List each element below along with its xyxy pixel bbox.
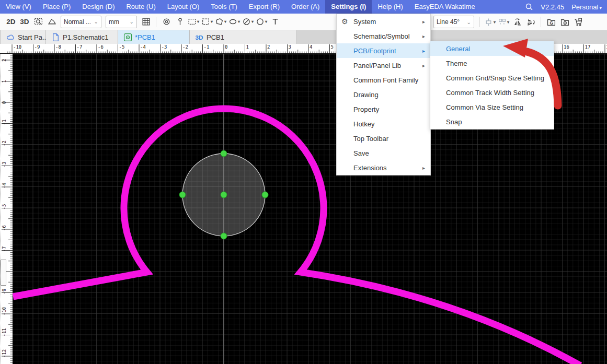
easyeda-window: View (V)Place (P)Design (D)Route (U)Layo…	[0, 0, 607, 364]
menubar-right-cluster: V2.2.45Personal▾	[525, 0, 607, 14]
arc-tool-icon[interactable]: ▾	[255, 15, 268, 29]
drag-handle[interactable]	[221, 150, 227, 157]
settings-menu-item-system[interactable]: ⚙System▸	[337, 14, 430, 29]
footprint-lib-icon[interactable]: G	[545, 15, 557, 29]
pin-tool-icon[interactable]	[174, 15, 186, 29]
menu-item-label: Snap	[446, 118, 462, 126]
unit-select[interactable]: mm ⌄	[106, 16, 137, 28]
tab-label: Start Pa...	[18, 33, 48, 41]
svg-text:-7: -7	[77, 44, 83, 50]
menu-item-label: General	[446, 45, 470, 53]
pcb-submenu-item-general[interactable]: General	[430, 41, 554, 56]
settings-menu-item-extensions[interactable]: Extensions▸	[337, 160, 430, 175]
drag-handle[interactable]	[179, 192, 186, 198]
tab-pcb1[interactable]: *PCB1	[118, 30, 190, 44]
account-menu[interactable]: Personal▾	[571, 3, 602, 11]
settings-menu-item-pcb-footprint[interactable]: PCB/Footprint▸	[337, 43, 430, 58]
settings-menu-item-panel-panel-lib[interactable]: Panel/Panel Lib▸	[337, 58, 430, 73]
grid-setting-icon[interactable]	[140, 15, 152, 29]
flip-horizontal-icon[interactable]	[511, 15, 523, 29]
unit-value: mm	[109, 18, 126, 26]
toolbar-right-group: Line 45° ⌄ ▾▾G	[431, 14, 585, 30]
drag-handle[interactable]	[262, 192, 268, 198]
order-cart-icon[interactable]	[572, 15, 585, 29]
tab-label: *PCB1	[135, 33, 155, 41]
svg-text:-2: -2	[2, 140, 7, 146]
tab-start-pa[interactable]: Start Pa...	[1, 30, 46, 44]
menubar-item-easyeda-wakatime[interactable]: EasyEDA Wakatime	[409, 0, 481, 14]
tab-pcb1[interactable]: 3DPCB1	[190, 30, 297, 44]
align-distribute-v-icon[interactable]: ▾	[484, 15, 496, 29]
settings-menu-item-save[interactable]: Save	[337, 146, 430, 160]
menubar-item-route-u[interactable]: Route (U)	[120, 0, 161, 14]
drag-handle[interactable]	[221, 192, 227, 198]
svg-text:0: 0	[225, 44, 227, 50]
copper-area-tool-icon[interactable]: ▾	[201, 15, 213, 29]
align-distribute-h-icon[interactable]: ▾	[497, 15, 510, 29]
menubar-item-export-r[interactable]: Export (R)	[243, 0, 285, 14]
chevron-down-icon: ⌄	[94, 19, 98, 25]
chevron-down-icon: ▾	[224, 19, 226, 24]
solid-region-tool-icon[interactable]: ▾	[214, 15, 227, 29]
svg-text:-3: -3	[162, 44, 167, 50]
ellipse-tool-icon[interactable]: ▾	[228, 15, 240, 29]
pcb-submenu-item-common-via-size-setting[interactable]: Common Via Size Setting	[430, 100, 554, 114]
chevron-down-icon: ▾	[238, 19, 240, 24]
wedge-tool-icon[interactable]	[45, 15, 58, 29]
pcb-submenu-item-theme[interactable]: Theme	[430, 56, 554, 71]
settings-menu-item-top-toolbar[interactable]: Top Toolbar	[337, 131, 430, 146]
svg-text:1: 1	[246, 44, 249, 50]
keepout-tool-icon[interactable]: ▾	[242, 15, 254, 29]
menubar-item-place-p[interactable]: Place (P)	[37, 0, 76, 14]
settings-menu-item-hotkey[interactable]: Hotkey	[337, 116, 430, 131]
vertical-scrollbar-thumb[interactable]	[1, 260, 6, 286]
search-icon[interactable]	[525, 3, 533, 11]
svg-text:G: G	[549, 20, 553, 25]
menubar-item-help-h[interactable]: Help (H)	[372, 0, 408, 14]
menubar-item-settings-i[interactable]: Settings (I)	[325, 0, 372, 14]
track-style-select[interactable]: Normal ... ⌄	[61, 16, 101, 28]
drag-handle[interactable]	[221, 233, 227, 239]
via-tool-icon[interactable]	[160, 15, 173, 29]
chevron-down-icon: ▾	[211, 19, 213, 24]
menu-item-label: Common Via Size Setting	[446, 103, 523, 111]
svg-text:-9: -9	[2, 289, 7, 295]
svg-text:2: 2	[2, 59, 7, 62]
svg-text:-11: -11	[2, 328, 7, 336]
view-2d-button[interactable]: 2D	[5, 15, 17, 29]
svg-text:0: 0	[2, 101, 7, 104]
toolbar: 2D 3D Normal ... ⌄ mm ⌄ ▾▾▾▾▾▾ Line 45° …	[0, 14, 607, 30]
menu-bar: View (V)Place (P)Design (D)Route (U)Layo…	[0, 0, 607, 14]
pcb-submenu-item-snap[interactable]: Snap	[430, 114, 554, 129]
menubar-item-layout-o[interactable]: Layout (O)	[162, 0, 205, 14]
menubar-item-order-a[interactable]: Order (A)	[285, 0, 325, 14]
track-style-value: Normal ...	[64, 18, 90, 26]
menubar-item-design-d[interactable]: Design (D)	[76, 0, 120, 14]
settings-menu-item-schematic-symbol[interactable]: Schematic/Symbol▸	[337, 29, 430, 43]
settings-menu-item-common-font-family[interactable]: Common Font Family	[337, 73, 430, 87]
tab-label: P1.Schematic1	[63, 33, 108, 41]
tab-p1-schematic1[interactable]: P1.Schematic1	[46, 30, 118, 44]
toolbar-separator	[541, 17, 541, 27]
settings-menu-item-drawing[interactable]: Drawing	[337, 87, 430, 102]
device-lib-icon[interactable]	[558, 15, 571, 29]
svg-text:3D: 3D	[196, 34, 203, 41]
menubar-item-view-v[interactable]: View (V)	[0, 0, 37, 14]
chevron-down-icon: ⌄	[130, 19, 134, 25]
svg-text:-5: -5	[119, 44, 125, 50]
menu-item-label: System	[353, 18, 376, 26]
text-tool-icon[interactable]	[269, 15, 281, 29]
flip-vertical-icon[interactable]	[524, 15, 537, 29]
route-angle-select[interactable]: Line 45° ⌄	[433, 16, 474, 28]
submenu-arrow-icon: ▸	[422, 63, 425, 68]
menu-item-label: Hotkey	[353, 120, 374, 128]
menubar-item-tools-t[interactable]: Tools (T)	[205, 0, 243, 14]
pcb-submenu-item-common-grid-snap-size-setting[interactable]: Common Grid/Snap Size Setting	[430, 71, 554, 85]
route-angle-value: Line 45°	[437, 18, 463, 26]
settings-menu-item-property[interactable]: Property	[337, 102, 430, 116]
view-3d-button[interactable]: 3D	[18, 15, 31, 29]
zoom-region-icon[interactable]	[32, 15, 44, 29]
pcb-submenu-item-common-track-width-setting[interactable]: Common Track Width Setting	[430, 85, 554, 100]
menu-item-label: Theme	[446, 60, 467, 67]
pad-tool-icon[interactable]: ▾	[187, 15, 200, 29]
